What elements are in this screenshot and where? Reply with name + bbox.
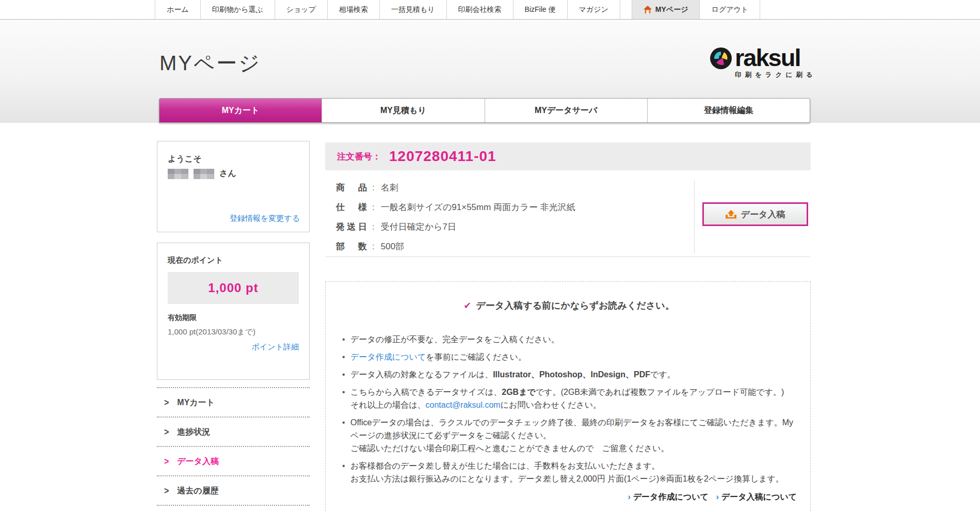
notice-bullet-list: データの修正が不要な、完全データをご入稿ください。 データ作成についてを事前にご…	[341, 333, 797, 485]
notice-bullet: お客様都合のデータ差し替えが生じた場合には、手数料をお支払いいただきます。お支払…	[341, 459, 797, 485]
points-expiry-label: 有効期限	[168, 313, 299, 323]
sidebar-item-label: 過去の履歴	[177, 486, 218, 495]
raksul-logo-tagline: 印刷をラクに刷る	[735, 71, 816, 79]
order-number-bar: 注文番号： 1207280411-01	[325, 142, 811, 170]
notice-footer-links: ›データ作成について ›データ入稿について	[341, 492, 797, 503]
order-detail-row: 仕様:一般名刺サイズの91×55mm 両面カラー 非光沢紙	[336, 201, 687, 213]
points-detail-link[interactable]: ポイント詳細	[168, 342, 299, 352]
edit-registration-link[interactable]: 登録情報を変更する	[230, 214, 300, 223]
notice-bullet: データの修正が不要な、完全データをご入稿ください。	[341, 333, 797, 346]
notice-bullet: データ作成についてを事前にご確認ください。	[341, 350, 797, 363]
sidebar-item-label: 進捗状況	[177, 427, 210, 436]
top-nav: ホーム 印刷物から選ぶ ショップ 相場検索 一括見積もり 印刷会社検索 BizF…	[0, 0, 980, 20]
text-segment: お客様都合のデータ差し替えが生じた場合には、手数料をお支払いいただきます。	[350, 461, 660, 470]
order-detail-row: 部数:500部	[336, 241, 687, 252]
chevron-right-icon: ›	[628, 492, 630, 501]
nav-item-mypage[interactable]: MYページ	[632, 0, 700, 19]
nav-item-logout[interactable]: ログアウト	[699, 0, 760, 19]
data-upload-button[interactable]: データ入稿	[702, 202, 808, 226]
nav-item-market-search[interactable]: 相場検索	[327, 0, 379, 19]
raksul-logo[interactable]: raksul 印刷をラクに刷る	[710, 47, 816, 79]
tab-my-cart[interactable]: MYカート	[159, 99, 322, 122]
text-segment: こちらから入稿できるデータサイズは、	[350, 388, 502, 396]
points-value: 1,000 pt	[208, 281, 258, 295]
nav-item-printer-search[interactable]: 印刷会社検索	[446, 0, 513, 19]
detail-value: 名刺	[381, 183, 398, 193]
sidebar-item-label: MYカート	[177, 398, 215, 407]
detail-colon: :	[372, 222, 375, 232]
mypage-tab-bar: MYカート MY見積もり MYデータサーバ 登録情報編集	[159, 98, 810, 123]
detail-value: 受付日確定から7日	[381, 222, 456, 232]
text-segment: お支払い方法は銀行振込みのにとなります。データ差し替え2,000円 片面(1ペー…	[350, 474, 784, 483]
notice-bullet: Officeデータの場合は、ラクスルでのデータチェック終了後、最終の印刷データを…	[341, 416, 797, 455]
order-number-label: 注文番号：	[337, 151, 381, 163]
upload-notice-box: ✔データ入稿する前にかならずお読みください。 データの修正が不要な、完全データを…	[325, 281, 811, 512]
text-segment: データの修正が不要な、完全データをご入稿ください。	[350, 335, 559, 344]
notice-heading-text: データ入稿する前にかならずお読みください。	[476, 300, 674, 311]
detail-colon: :	[372, 242, 375, 251]
text-segment: 2GBまで	[502, 388, 536, 396]
details-separator	[325, 257, 811, 257]
order-number-value: 1207280411-01	[389, 148, 496, 165]
home-icon	[644, 6, 652, 13]
tab-my-quotes[interactable]: MY見積もり	[322, 99, 484, 122]
detail-label: 部数	[336, 241, 367, 252]
welcome-greeting: ようこそ	[168, 154, 299, 165]
sidebar-item-data-upload[interactable]: >データ入稿	[157, 447, 310, 476]
link-label: データ作成について	[633, 492, 709, 501]
nav-spacer	[620, 0, 632, 19]
points-heading: 現在のポイント	[168, 255, 299, 265]
sidebar-item-history[interactable]: >過去の履歴	[157, 476, 310, 506]
order-detail-row: 商品:名刺	[336, 182, 687, 194]
data-creation-link[interactable]: ›データ作成について	[628, 492, 711, 501]
nav-item-shop[interactable]: ショップ	[275, 0, 327, 19]
text-segment: ご確認いただけない場合印刷工程へと進むことができませんので ご留意ください。	[350, 444, 669, 453]
raksul-logo-icon	[710, 47, 732, 79]
page-title: MYページ	[159, 49, 261, 77]
sidebar-item-progress[interactable]: >進捗状況	[157, 418, 310, 447]
nav-item-bulk-quote[interactable]: 一括見積もり	[379, 0, 446, 19]
points-value-bar: 1,000 pt	[168, 272, 299, 304]
detail-label: 商品	[336, 182, 367, 194]
chevron-right-icon: >	[164, 386, 169, 419]
points-expiry-value: 1,000 pt(2013/03/30まで)	[168, 326, 299, 338]
points-box: 現在のポイント 1,000 pt 有効期限 1,000 pt(2013/03/3…	[157, 243, 310, 380]
link-label: データ入稿について	[721, 492, 797, 501]
data-upload-info-link[interactable]: ›データ入稿について	[716, 492, 797, 501]
text-segment: Illustrator、Photoshop、InDesign、PDF	[493, 370, 650, 379]
upload-button-label: データ入稿	[741, 209, 785, 220]
upload-icon	[726, 210, 736, 219]
text-segment: にお問い合わせください。	[501, 401, 601, 409]
nav-item-bizfile[interactable]: BizFile 便	[513, 0, 567, 19]
inline-link[interactable]: contact@raksul.com	[426, 401, 501, 409]
text-segment: データ入稿の対象となるファイルは、	[350, 370, 493, 379]
detail-colon: :	[372, 202, 375, 212]
detail-value: 一般名刺サイズの91×55mm 両面カラー 非光沢紙	[381, 202, 575, 212]
sidebar-item-my-cart[interactable]: >MYカート	[157, 388, 310, 418]
text-segment: です。	[650, 370, 676, 379]
nav-item-home[interactable]: ホーム	[155, 0, 200, 19]
notice-bullet: こちらから入稿できるデータサイズは、2GBまでです。(2GB未満であれば複数ファ…	[341, 386, 797, 411]
chevron-right-icon: >	[164, 445, 169, 477]
name-suffix: さん	[219, 168, 236, 179]
tab-edit-registration[interactable]: 登録情報編集	[647, 99, 810, 122]
nav-item-choose-print[interactable]: 印刷物から選ぶ	[200, 0, 275, 19]
inline-link[interactable]: データ作成について	[350, 353, 426, 361]
blurred-name-block	[194, 169, 214, 179]
text-segment: Officeデータの場合は、ラクスルでのデータチェック終了後、最終の印刷データを…	[350, 418, 793, 440]
notice-bullet: データ入稿の対象となるファイルは、Illustrator、Photoshop、I…	[341, 368, 797, 381]
user-name: さん	[168, 168, 299, 179]
detail-label: 仕様	[336, 201, 367, 213]
welcome-box: ようこそ さん 登録情報を変更する	[157, 141, 310, 232]
tab-my-data-server[interactable]: MYデータサーバ	[485, 99, 647, 122]
details-divider	[694, 181, 695, 253]
chevron-right-icon: ›	[716, 492, 718, 501]
order-detail-row: 発送日:受付日確定から7日	[336, 221, 687, 233]
detail-colon: :	[372, 183, 375, 193]
nav-item-magazine[interactable]: マガジン	[567, 0, 620, 19]
detail-value: 500部	[381, 242, 404, 251]
chevron-right-icon: >	[164, 415, 169, 448]
nav-item-label: MYページ	[655, 0, 688, 19]
check-icon: ✔	[463, 300, 471, 311]
sidebar-item-label: データ入稿	[177, 457, 219, 466]
